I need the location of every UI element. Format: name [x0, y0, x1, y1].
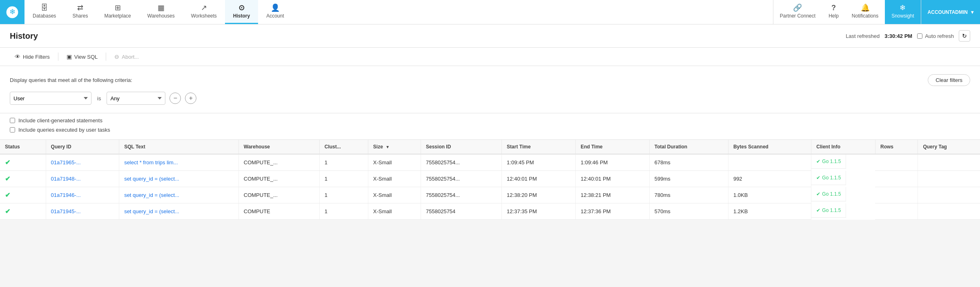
nav-item-marketplace[interactable]: ⊞ Marketplace — [96, 0, 139, 24]
size-cell: X-Small — [368, 203, 421, 220]
status-cell[interactable]: ✔ — [0, 187, 46, 203]
last-refreshed-time: 3:30:42 PM — [884, 33, 912, 39]
nav-item-account[interactable]: 👤 Account — [258, 0, 292, 24]
svg-text:❄: ❄ — [9, 7, 16, 15]
size-cell: X-Small — [368, 187, 421, 203]
nav-item-history[interactable]: ⊙ History — [225, 0, 258, 24]
client-statements-checkbox[interactable] — [10, 118, 15, 123]
table-body: ✔01a71965-...select * from trips lim...C… — [0, 154, 980, 220]
refresh-button[interactable]: ↻ — [959, 30, 970, 42]
account-menu[interactable]: ACCOUNTADMIN ▾ — [921, 0, 980, 24]
nav-item-notifications[interactable]: 🔔 Notifications — [845, 0, 885, 24]
add-filter-button[interactable]: + — [185, 93, 196, 104]
nav-item-databases[interactable]: 🗄 Databases — [24, 0, 64, 24]
col-warehouse[interactable]: Warehouse — [238, 140, 319, 154]
col-end-time[interactable]: End Time — [575, 140, 649, 154]
clear-filters-button[interactable]: Clear filters — [928, 74, 970, 86]
auto-refresh-checkbox[interactable] — [917, 33, 922, 39]
query-history-table-container: Status Query ID SQL Text Warehouse Clust… — [0, 140, 980, 220]
query-tag-cell — [918, 171, 980, 187]
page-header: History Last refreshed 3:30:42 PM Auto r… — [0, 24, 980, 48]
col-sql-text[interactable]: SQL Text — [119, 140, 239, 154]
end-time-cell: 12:40:01 PM — [575, 171, 649, 187]
refresh-icon: ↻ — [962, 33, 967, 39]
help-icon: ? — [831, 4, 836, 11]
total-duration-cell: 599ms — [649, 171, 728, 187]
query-history-table: Status Query ID SQL Text Warehouse Clust… — [0, 140, 980, 220]
nav-item-warehouses[interactable]: ▦ Warehouses — [139, 0, 183, 24]
nav-item-help[interactable]: ? Help — [822, 0, 845, 24]
query-tag-cell — [918, 203, 980, 220]
filter-value-select[interactable]: Any ACCOUNTADMIN PUBLIC — [107, 92, 165, 105]
filter-field-select[interactable]: User Warehouse Status Query Type Duratio… — [10, 92, 91, 105]
logo[interactable]: ❄ — [0, 0, 24, 24]
auto-refresh-toggle[interactable]: Auto refresh — [917, 33, 954, 39]
filter-header-text: Display queries that meet all of the fol… — [10, 77, 132, 83]
col-session-id[interactable]: Session ID — [421, 140, 502, 154]
nav-label-partner-connect: Partner Connect — [780, 13, 815, 19]
query-id-cell[interactable]: 01a71945-... — [46, 203, 119, 220]
total-duration-cell: 780ms — [649, 187, 728, 203]
col-cluster[interactable]: Clust... — [319, 140, 368, 154]
nav-item-shares[interactable]: ⇄ Shares — [64, 0, 96, 24]
chevron-down-icon: ▾ — [971, 9, 973, 15]
toolbar: 👁 Hide Filters ▣ View SQL ⊖ Abort... — [0, 48, 980, 66]
col-client-info[interactable]: Client Info — [811, 140, 875, 154]
status-cell[interactable]: ✔ — [0, 154, 46, 171]
filter-section: Display queries that meet all of the fol… — [0, 66, 980, 113]
size-cell: X-Small — [368, 154, 421, 171]
top-navigation: ❄ 🗄 Databases ⇄ Shares ⊞ Marketplace ▦ W… — [0, 0, 980, 24]
col-size[interactable]: Size ▼ — [368, 140, 421, 154]
filter-icon: 👁 — [15, 53, 20, 60]
client-info-cell: ✔ Go 1.1.5 — [811, 203, 846, 218]
nav-label-databases: Databases — [33, 13, 56, 19]
view-sql-button[interactable]: ▣ View SQL — [62, 51, 103, 62]
end-time-cell: 1:09:46 PM — [575, 154, 649, 171]
sort-desc-icon: ▼ — [385, 145, 390, 149]
nav-item-worksheets[interactable]: ↗ Worksheets — [183, 0, 225, 24]
hide-filters-button[interactable]: 👁 Hide Filters — [10, 51, 55, 62]
view-sql-label: View SQL — [74, 54, 98, 60]
rows-cell — [875, 154, 918, 171]
warehouse-cell: COMPUTE — [238, 203, 319, 220]
nav-label-help: Help — [829, 13, 839, 19]
table-row[interactable]: ✔01a71946-...set query_id = (select...CO… — [0, 187, 980, 203]
warehouse-cell: COMPUTE_... — [238, 171, 319, 187]
filter-header: Display queries that meet all of the fol… — [10, 74, 970, 86]
col-query-tag[interactable]: Query Tag — [918, 140, 980, 154]
col-start-time[interactable]: Start Time — [502, 140, 576, 154]
user-tasks-checkbox-row[interactable]: Include queries executed by user tasks — [10, 127, 970, 133]
user-tasks-checkbox[interactable] — [10, 127, 15, 132]
sql-text-cell[interactable]: set query_id = (select... — [119, 203, 239, 220]
account-label: ACCOUNTADMIN — [928, 9, 968, 15]
col-query-id[interactable]: Query ID — [46, 140, 119, 154]
status-cell[interactable]: ✔ — [0, 171, 46, 187]
sql-text-cell[interactable]: set query_id = (select... — [119, 187, 239, 203]
bytes-scanned-cell: 992 — [728, 171, 811, 187]
remove-filter-button[interactable]: − — [169, 93, 181, 104]
sql-icon: ▣ — [67, 53, 72, 60]
abort-button[interactable]: ⊖ Abort... — [109, 51, 144, 62]
query-id-cell[interactable]: 01a71946-... — [46, 187, 119, 203]
client-statements-checkbox-row[interactable]: Include client-generated statements — [10, 117, 970, 124]
minus-icon: − — [174, 95, 177, 102]
query-id-cell[interactable]: 01a71948-... — [46, 171, 119, 187]
filter-row: User Warehouse Status Query Type Duratio… — [10, 92, 970, 105]
col-rows[interactable]: Rows — [875, 140, 918, 154]
query-id-cell[interactable]: 01a71965-... — [46, 154, 119, 171]
sql-text-cell[interactable]: set query_id = (select... — [119, 171, 239, 187]
nav-item-partner-connect[interactable]: 🔗 Partner Connect — [773, 0, 822, 24]
col-bytes-scanned[interactable]: Bytes Scanned — [728, 140, 811, 154]
nav-right: 🔗 Partner Connect ? Help 🔔 Notifications… — [773, 0, 980, 24]
col-total-duration[interactable]: Total Duration — [649, 140, 728, 154]
client-statements-label: Include client-generated statements — [18, 117, 102, 124]
client-info-cell: ✔ Go 1.1.5 — [811, 187, 846, 201]
status-cell[interactable]: ✔ — [0, 203, 46, 220]
start-time-cell: 1:09:45 PM — [502, 154, 576, 171]
table-row[interactable]: ✔01a71948-...set query_id = (select...CO… — [0, 171, 980, 187]
table-row[interactable]: ✔01a71945-...set query_id = (select...CO… — [0, 203, 980, 220]
table-row[interactable]: ✔01a71965-...select * from trips lim...C… — [0, 154, 980, 171]
nav-label-worksheets: Worksheets — [191, 13, 217, 19]
sql-text-cell[interactable]: select * from trips lim... — [119, 154, 239, 171]
nav-item-snowsight[interactable]: ❄ Snowsight — [885, 0, 920, 24]
